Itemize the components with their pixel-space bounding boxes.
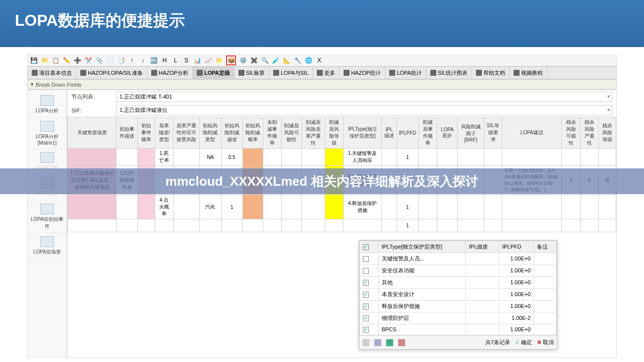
toolbar-icon-16[interactable]: 📈 xyxy=(204,56,212,64)
cell[interactable] xyxy=(382,149,397,166)
popup-row[interactable]: 关键报警及人员...1.00E+0 xyxy=(360,253,557,264)
cell[interactable] xyxy=(437,195,458,219)
row-checkbox[interactable] xyxy=(363,268,369,274)
toolbar-icon-1[interactable]: 📁 xyxy=(41,56,49,64)
cell[interactable] xyxy=(580,219,599,232)
toolbar-icon-11[interactable]: 🔤 xyxy=(150,56,158,64)
cell[interactable] xyxy=(117,149,138,166)
toolbar-icon-10[interactable]: ↓ xyxy=(139,56,147,64)
cell[interactable] xyxy=(200,219,221,232)
collapse-icon[interactable]: ▾ xyxy=(31,81,34,88)
popup-col-header[interactable]: IPLType[独立保护层类型] xyxy=(378,241,466,253)
toolbar-icon-9[interactable]: ↑ xyxy=(128,56,136,64)
col-header[interactable]: IPLPFD xyxy=(397,117,418,149)
cell[interactable] xyxy=(325,149,344,166)
sif-select[interactable]: 1.正己烷缓冲罐液位▾ xyxy=(116,105,612,115)
cell[interactable]: 1 xyxy=(397,149,418,166)
cell[interactable] xyxy=(599,149,616,166)
toolbar-icon-21[interactable]: 🔍 xyxy=(261,56,269,64)
popup-row[interactable]: 安全仪表功能1.00E+0 xyxy=(360,264,557,276)
col-header[interactable]: 后果严重性对应可接受风险 xyxy=(174,117,200,149)
cell[interactable]: 1.关键报警及人员响应 xyxy=(344,149,382,166)
cell[interactable] xyxy=(562,219,581,232)
cell[interactable] xyxy=(502,149,562,166)
sidebar-item[interactable]: LOPA按场景 xyxy=(28,233,66,259)
cell[interactable] xyxy=(484,149,502,166)
toolbar-icon-12[interactable]: H xyxy=(161,56,169,64)
cell[interactable] xyxy=(221,219,242,232)
toolbar-icon-0[interactable]: 💾 xyxy=(30,56,38,64)
cell[interactable] xyxy=(502,195,562,219)
col-header[interactable]: 削减后事件频率 xyxy=(418,117,437,149)
cell[interactable] xyxy=(502,219,562,232)
col-header[interactable]: IPL描述 xyxy=(382,117,397,149)
toolbar-icon-4[interactable]: ➕ xyxy=(73,56,81,64)
table-row[interactable]: 4.点火概率汽化14.释放后保护措施1 xyxy=(68,195,616,219)
table-row[interactable]: 1.死亡率NA0.51.关键报警及人员响应1 xyxy=(68,149,616,166)
cell[interactable] xyxy=(599,195,616,219)
cell[interactable] xyxy=(242,149,263,166)
popup-row[interactable]: 本质安全设计1.00E+0 xyxy=(360,288,557,300)
tab-帮助文档[interactable]: 帮助文档 xyxy=(472,67,510,79)
toolbar-icon-25[interactable]: 🌐 xyxy=(304,56,312,64)
tab-HAZOP统计[interactable]: HAZOP统计 xyxy=(340,67,385,79)
toolbar-icon-22[interactable]: 🧪 xyxy=(272,56,280,64)
cell[interactable] xyxy=(263,219,282,232)
tab-SIL验算[interactable]: SIL验算 xyxy=(234,67,270,79)
cell[interactable] xyxy=(344,219,382,232)
col-header[interactable]: 初始风险削减描述 xyxy=(221,117,242,149)
toolbar-icon-13[interactable]: L xyxy=(172,56,179,64)
cell[interactable]: 汽化 xyxy=(200,195,221,219)
popup-row[interactable]: 其他1.00E+0 xyxy=(360,276,557,288)
cell[interactable] xyxy=(325,219,344,232)
cell[interactable]: 1 xyxy=(397,195,418,219)
col-header[interactable]: 初始事件频率 xyxy=(138,117,155,149)
cell[interactable] xyxy=(458,149,484,166)
cell[interactable] xyxy=(562,149,581,166)
popup-row[interactable]: BPCS1.00E+0 xyxy=(360,324,557,335)
popup-col-header[interactable]: IPL描述 xyxy=(466,241,499,253)
row-checkbox[interactable] xyxy=(363,304,369,310)
cell[interactable] xyxy=(418,195,437,219)
cell[interactable] xyxy=(382,195,397,219)
paste-icon[interactable] xyxy=(374,339,381,346)
tab-更多[interactable]: 更多 xyxy=(313,67,340,79)
cell[interactable] xyxy=(68,195,117,219)
toolbar-icon-24[interactable]: 🔧 xyxy=(293,56,301,64)
row-checkbox[interactable] xyxy=(363,327,369,333)
cell[interactable] xyxy=(282,195,302,219)
toolbar-icon-26[interactable]: X xyxy=(315,56,323,64)
cell[interactable] xyxy=(580,195,599,219)
tab-SIL统计图表[interactable]: SIL统计图表 xyxy=(426,67,472,79)
cell[interactable] xyxy=(301,149,325,166)
tab-HAZOP/LOPA/SIL准备[interactable]: HAZOP/LOPA/SIL准备 xyxy=(76,67,147,79)
toolbar-icon-14[interactable]: S xyxy=(182,56,190,64)
sidebar-item[interactable]: LOPA按初始事件 xyxy=(28,201,66,233)
col-header[interactable]: 残余风险严重性 xyxy=(580,117,599,149)
tab-HAZOP分析[interactable]: HAZOP分析 xyxy=(147,67,193,79)
popup-row[interactable]: 释放后保护措施1.00E+0 xyxy=(360,300,557,312)
cell[interactable]: 4.点火概率 xyxy=(155,195,173,219)
cell[interactable] xyxy=(174,149,200,166)
toolbar-icon-19[interactable]: ⚙️ xyxy=(239,56,247,64)
cell[interactable] xyxy=(138,219,155,232)
cell[interactable] xyxy=(282,219,302,232)
tab-LOPA统计[interactable]: LOPA统计 xyxy=(385,67,426,79)
cell[interactable] xyxy=(242,219,263,232)
cell[interactable] xyxy=(242,195,263,219)
cell[interactable] xyxy=(418,219,437,232)
row-checkbox[interactable] xyxy=(363,315,369,321)
col-header[interactable]: 后果描述/类型 xyxy=(155,117,173,149)
cell[interactable] xyxy=(68,149,117,166)
table-row[interactable]: 1 xyxy=(68,219,616,232)
cell[interactable] xyxy=(138,195,155,219)
col-header[interactable]: 削减后风险等级 xyxy=(325,117,344,149)
cell[interactable] xyxy=(325,195,344,219)
cell[interactable] xyxy=(599,219,616,232)
toolbar-icon-23[interactable]: 📐 xyxy=(283,56,291,64)
cancel-button[interactable]: ✖取消 xyxy=(537,339,554,346)
cell[interactable]: 1 xyxy=(221,195,242,219)
delete-icon[interactable] xyxy=(386,339,393,346)
col-header[interactable]: SIL等级要求 xyxy=(484,117,502,149)
col-header[interactable]: 残余风险等级 xyxy=(599,117,616,149)
